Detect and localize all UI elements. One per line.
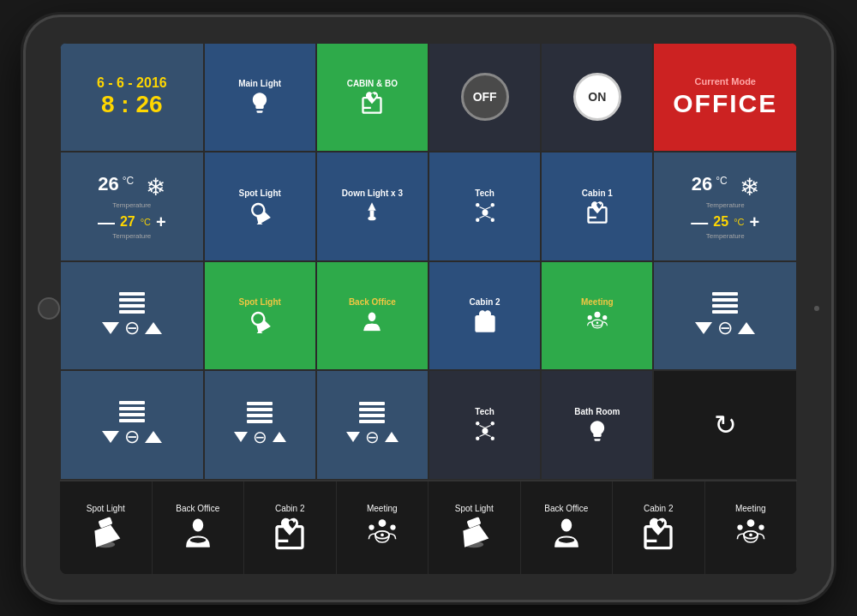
blind-mid2-icon	[359, 402, 385, 423]
bottom-meeting2-icon	[734, 517, 768, 551]
spotlight-2-icon	[248, 200, 272, 224]
svg-point-59	[749, 533, 752, 536]
downlight-btn[interactable]: Down Light x 3	[316, 152, 428, 261]
screen: 6 - 6 - 2016 8 : 26 Main Light CABIN & B…	[60, 43, 797, 574]
blind-mid-up[interactable]	[273, 432, 286, 442]
blind-left2-down[interactable]	[102, 431, 119, 443]
svg-point-43	[369, 524, 374, 529]
blind-mid2-up[interactable]	[385, 432, 399, 442]
on-button[interactable]: ON	[541, 43, 653, 153]
temp-left-label: Temperature	[112, 201, 151, 209]
bathroom-btn[interactable]: Bath Room	[541, 370, 653, 480]
refresh-cell[interactable]: ↻	[653, 370, 797, 480]
bottom-cabin2b[interactable]: Cabin 2	[613, 481, 705, 574]
mode-label: Current Mode	[694, 76, 756, 87]
tech-1-btn[interactable]: Tech	[428, 152, 541, 261]
blind-left-stop[interactable]: ⊖	[124, 317, 140, 339]
bottom-spot2-icon	[457, 517, 491, 551]
blind-right-up[interactable]	[738, 322, 755, 334]
svg-point-22	[602, 315, 607, 320]
temp-right-set-unit: °C	[734, 217, 744, 227]
spot-light-2-btn[interactable]: Spot Light	[204, 152, 316, 261]
blind-left2-stop[interactable]: ⊖	[124, 426, 140, 448]
svg-point-20	[594, 312, 600, 318]
blind-mid-cell: ⊖	[204, 370, 316, 480]
svg-line-33	[485, 434, 491, 436]
main-light-btn[interactable]: Main Light	[204, 43, 316, 153]
svg-rect-13	[258, 326, 262, 328]
row-4: ⊖ ⊖	[60, 370, 797, 480]
tech-1-label: Tech	[475, 188, 494, 198]
blind-mid-stop[interactable]: ⊖	[253, 427, 267, 447]
off-button[interactable]: OFF	[428, 43, 541, 153]
bottom-cabin2a[interactable]: Cabin 2	[244, 481, 337, 574]
blind-left-icon	[119, 292, 145, 314]
blind-left-down[interactable]	[102, 322, 119, 334]
temp-left-set-unit: °C	[141, 217, 151, 227]
bottom-spot1[interactable]: Spot Light	[60, 481, 153, 574]
bottom-office1-label: Back Office	[176, 504, 219, 513]
back-office-green-btn[interactable]: Back Office	[316, 261, 428, 371]
svg-line-30	[479, 425, 485, 428]
bottom-office2[interactable]: Back Office	[521, 481, 614, 574]
temp-left-minus[interactable]: —	[98, 212, 115, 232]
tech-2-label: Tech	[475, 407, 494, 416]
temp-right-plus[interactable]: +	[749, 212, 759, 232]
datetime-cell: 6 - 6 - 2016 8 : 26	[60, 43, 204, 153]
cabin-bo-label: CABIN & BO	[347, 79, 398, 88]
blind-right-controls: ⊖	[695, 317, 755, 339]
spot-green-icon	[248, 309, 272, 333]
temp-left-plus[interactable]: +	[156, 212, 166, 232]
blind-mid2-stop[interactable]: ⊖	[365, 427, 380, 447]
cabin-bo-btn[interactable]: CABIN & BO	[316, 43, 428, 153]
spot-light-green-btn[interactable]: Spot Light	[204, 261, 316, 371]
svg-point-51	[558, 537, 575, 544]
cabin2a-label: Cabin 2	[470, 297, 500, 307]
bottom-spot1-icon	[88, 517, 123, 551]
temp-left-controls: — 27 °C +	[98, 212, 166, 232]
main-grid: 6 - 6 - 2016 8 : 26 Main Light CABIN & B…	[60, 43, 797, 480]
blind-right-down[interactable]	[695, 322, 712, 334]
time-display: 8 : 26	[101, 91, 163, 118]
svg-point-8	[490, 218, 494, 221]
temp-left-unit: °C	[123, 175, 134, 187]
temp-right-controls: — 25 °C +	[691, 212, 759, 232]
cabin1-btn[interactable]: Cabin 1	[541, 152, 653, 261]
meeting-green-icon	[585, 309, 609, 333]
back-office-green-icon	[360, 309, 384, 333]
bottom-office2-label: Back Office	[544, 504, 588, 513]
svg-point-4	[482, 209, 488, 215]
date-display: 6 - 6 - 2016	[97, 75, 167, 91]
bottom-office1[interactable]: Back Office	[153, 481, 245, 574]
temp-left-current: 26	[98, 173, 118, 195]
snowflake-left: ❄	[146, 173, 165, 201]
bottom-cabin2b-label: Cabin 2	[644, 504, 673, 513]
temp-right-minus[interactable]: —	[691, 212, 708, 232]
svg-point-26	[476, 422, 479, 425]
svg-point-29	[490, 436, 494, 440]
svg-point-38	[189, 537, 207, 544]
blind-mid2-down[interactable]	[346, 432, 360, 442]
temp-left-set: 27	[120, 214, 135, 230]
cabin1-label: Cabin 1	[582, 188, 613, 198]
cabin2a-btn[interactable]: Cabin 2	[428, 261, 541, 371]
svg-point-46	[381, 533, 384, 536]
svg-line-12	[485, 215, 491, 218]
bottom-meeting1[interactable]: Meeting	[337, 481, 429, 574]
svg-point-15	[369, 313, 376, 322]
blind-left-up[interactable]	[145, 322, 162, 334]
bottom-spot2[interactable]: Spot Light	[428, 481, 521, 574]
blind-mid-down[interactable]	[234, 432, 248, 442]
blind-right-stop[interactable]: ⊖	[717, 317, 733, 339]
meeting-green-btn[interactable]: Meeting	[541, 261, 653, 371]
bottom-meeting2[interactable]: Meeting	[705, 481, 798, 574]
temp-right-label: Temperature	[706, 201, 745, 209]
bathroom-icon	[585, 419, 609, 443]
temp-left-set-label: Temperature	[112, 232, 151, 240]
svg-point-55	[746, 519, 754, 527]
tech-2-btn[interactable]: Tech	[428, 370, 541, 480]
temp-right-current: 26	[692, 173, 712, 195]
bottom-cabin2a-icon	[273, 517, 307, 551]
blind-left2-up[interactable]	[145, 431, 162, 443]
tech-2-icon	[473, 419, 497, 443]
